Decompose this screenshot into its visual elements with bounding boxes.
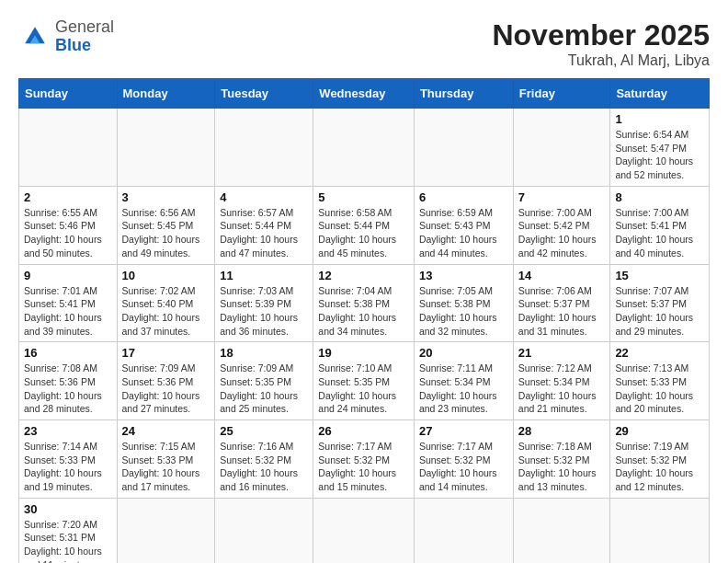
day-info: Sunrise: 7:13 AM Sunset: 5:33 PM Dayligh…	[615, 362, 704, 416]
day-number: 14	[518, 269, 606, 282]
calendar-cell: 23Sunrise: 7:14 AM Sunset: 5:33 PM Dayli…	[19, 420, 118, 499]
day-number: 2	[24, 190, 112, 204]
week-row-2: 2Sunrise: 6:55 AM Sunset: 5:46 PM Daylig…	[19, 186, 710, 264]
calendar-cell	[313, 109, 415, 187]
calendar-cell: 16Sunrise: 7:08 AM Sunset: 5:36 PM Dayli…	[19, 342, 118, 420]
calendar-cell: 20Sunrise: 7:11 AM Sunset: 5:34 PM Dayli…	[414, 342, 513, 420]
day-info: Sunrise: 7:00 AM Sunset: 5:42 PM Dayligh…	[518, 206, 606, 260]
calendar-cell: 10Sunrise: 7:02 AM Sunset: 5:40 PM Dayli…	[117, 264, 215, 342]
calendar-cell	[117, 498, 215, 563]
calendar-cell: 24Sunrise: 7:15 AM Sunset: 5:33 PM Dayli…	[117, 420, 215, 499]
calendar-cell: 11Sunrise: 7:03 AM Sunset: 5:39 PM Dayli…	[215, 264, 313, 342]
week-row-5: 23Sunrise: 7:14 AM Sunset: 5:33 PM Dayli…	[19, 420, 710, 499]
calendar-cell: 2Sunrise: 6:55 AM Sunset: 5:46 PM Daylig…	[19, 186, 118, 264]
day-info: Sunrise: 6:59 AM Sunset: 5:43 PM Dayligh…	[419, 206, 508, 260]
calendar-cell: 21Sunrise: 7:12 AM Sunset: 5:34 PM Dayli…	[513, 342, 610, 420]
calendar-cell: 7Sunrise: 7:00 AM Sunset: 5:42 PM Daylig…	[513, 186, 610, 264]
day-number: 6	[419, 190, 508, 204]
calendar-cell: 9Sunrise: 7:01 AM Sunset: 5:41 PM Daylig…	[19, 264, 118, 342]
day-number: 4	[220, 190, 308, 204]
calendar-header: General Blue November 2025 Tukrah, Al Ma…	[18, 18, 710, 69]
weekday-header-row: SundayMondayTuesdayWednesdayThursdayFrid…	[19, 79, 710, 109]
day-number: 15	[615, 269, 704, 282]
day-info: Sunrise: 7:05 AM Sunset: 5:38 PM Dayligh…	[419, 284, 508, 339]
day-info: Sunrise: 7:14 AM Sunset: 5:33 PM Dayligh…	[24, 440, 112, 494]
day-info: Sunrise: 7:02 AM Sunset: 5:40 PM Dayligh…	[122, 284, 210, 339]
calendar-cell: 5Sunrise: 6:58 AM Sunset: 5:44 PM Daylig…	[313, 186, 415, 264]
calendar-cell	[610, 498, 710, 563]
week-row-1: 1Sunrise: 6:54 AM Sunset: 5:47 PM Daylig…	[19, 109, 710, 187]
day-info: Sunrise: 7:16 AM Sunset: 5:32 PM Dayligh…	[220, 440, 308, 494]
day-number: 18	[220, 346, 308, 360]
day-number: 19	[318, 346, 409, 360]
calendar-cell: 26Sunrise: 7:17 AM Sunset: 5:32 PM Dayli…	[313, 420, 415, 499]
calendar-cell	[414, 498, 513, 563]
day-info: Sunrise: 7:08 AM Sunset: 5:36 PM Dayligh…	[24, 362, 112, 416]
title-section: November 2025 Tukrah, Al Marj, Libya	[492, 18, 710, 69]
calendar-cell: 14Sunrise: 7:06 AM Sunset: 5:37 PM Dayli…	[513, 264, 610, 342]
day-number: 21	[518, 346, 606, 360]
weekday-header-thursday: Thursday	[414, 79, 513, 109]
day-number: 26	[318, 424, 409, 438]
calendar-cell: 15Sunrise: 7:07 AM Sunset: 5:37 PM Dayli…	[610, 264, 710, 342]
logo-blue: Blue	[55, 36, 91, 54]
day-number: 24	[122, 424, 210, 438]
day-info: Sunrise: 7:10 AM Sunset: 5:35 PM Dayligh…	[318, 362, 409, 416]
calendar-cell	[313, 498, 415, 563]
calendar-cell: 13Sunrise: 7:05 AM Sunset: 5:38 PM Dayli…	[414, 264, 513, 342]
calendar-cell: 30Sunrise: 7:20 AM Sunset: 5:31 PM Dayli…	[19, 498, 118, 563]
calendar-cell	[19, 109, 118, 187]
day-number: 28	[518, 424, 606, 438]
calendar-cell: 19Sunrise: 7:10 AM Sunset: 5:35 PM Dayli…	[313, 342, 415, 420]
day-number: 12	[318, 269, 409, 282]
day-info: Sunrise: 7:09 AM Sunset: 5:36 PM Dayligh…	[122, 362, 210, 416]
day-number: 8	[615, 190, 704, 204]
calendar-cell: 18Sunrise: 7:09 AM Sunset: 5:35 PM Dayli…	[215, 342, 313, 420]
day-number: 5	[318, 190, 409, 204]
day-info: Sunrise: 6:58 AM Sunset: 5:44 PM Dayligh…	[318, 206, 409, 260]
day-info: Sunrise: 7:18 AM Sunset: 5:32 PM Dayligh…	[518, 440, 606, 494]
day-info: Sunrise: 7:09 AM Sunset: 5:35 PM Dayligh…	[220, 362, 308, 416]
day-number: 10	[122, 269, 210, 282]
calendar-cell: 3Sunrise: 6:56 AM Sunset: 5:45 PM Daylig…	[117, 186, 215, 264]
logo-general: General	[55, 17, 114, 36]
weekday-header-tuesday: Tuesday	[215, 79, 313, 109]
calendar-cell: 1Sunrise: 6:54 AM Sunset: 5:47 PM Daylig…	[610, 109, 710, 187]
week-row-4: 16Sunrise: 7:08 AM Sunset: 5:36 PM Dayli…	[19, 342, 710, 420]
calendar-cell: 6Sunrise: 6:59 AM Sunset: 5:43 PM Daylig…	[414, 186, 513, 264]
day-info: Sunrise: 7:15 AM Sunset: 5:33 PM Dayligh…	[122, 440, 210, 494]
calendar-cell: 29Sunrise: 7:19 AM Sunset: 5:32 PM Dayli…	[610, 420, 710, 499]
weekday-header-monday: Monday	[117, 79, 215, 109]
calendar-cell: 28Sunrise: 7:18 AM Sunset: 5:32 PM Dayli…	[513, 420, 610, 499]
week-row-6: 30Sunrise: 7:20 AM Sunset: 5:31 PM Dayli…	[19, 498, 710, 563]
day-number: 3	[122, 190, 210, 204]
calendar-cell: 22Sunrise: 7:13 AM Sunset: 5:33 PM Dayli…	[610, 342, 710, 420]
day-number: 30	[24, 502, 112, 516]
day-info: Sunrise: 7:20 AM Sunset: 5:31 PM Dayligh…	[24, 518, 112, 563]
day-info: Sunrise: 7:01 AM Sunset: 5:41 PM Dayligh…	[24, 284, 112, 339]
day-info: Sunrise: 7:19 AM Sunset: 5:32 PM Dayligh…	[615, 440, 704, 494]
day-number: 11	[220, 269, 308, 282]
day-number: 22	[615, 346, 704, 360]
calendar-cell	[513, 498, 610, 563]
day-info: Sunrise: 7:17 AM Sunset: 5:32 PM Dayligh…	[419, 440, 508, 494]
day-number: 1	[615, 112, 704, 126]
day-number: 13	[419, 269, 508, 282]
calendar-cell	[414, 109, 513, 187]
calendar-cell: 17Sunrise: 7:09 AM Sunset: 5:36 PM Dayli…	[117, 342, 215, 420]
calendar-cell: 8Sunrise: 7:00 AM Sunset: 5:41 PM Daylig…	[610, 186, 710, 264]
day-info: Sunrise: 7:04 AM Sunset: 5:38 PM Dayligh…	[318, 284, 409, 339]
weekday-header-friday: Friday	[513, 79, 610, 109]
logo-text: General Blue	[55, 18, 114, 55]
weekday-header-saturday: Saturday	[610, 79, 710, 109]
calendar-container: General Blue November 2025 Tukrah, Al Ma…	[0, 0, 728, 563]
logo-icon	[18, 20, 51, 53]
day-number: 25	[220, 424, 308, 438]
day-info: Sunrise: 7:11 AM Sunset: 5:34 PM Dayligh…	[419, 362, 508, 416]
calendar-table: SundayMondayTuesdayWednesdayThursdayFrid…	[18, 78, 710, 563]
location: Tukrah, Al Marj, Libya	[492, 52, 710, 69]
day-info: Sunrise: 7:00 AM Sunset: 5:41 PM Dayligh…	[615, 206, 704, 260]
day-number: 20	[419, 346, 508, 360]
day-number: 29	[615, 424, 704, 438]
day-info: Sunrise: 7:07 AM Sunset: 5:37 PM Dayligh…	[615, 284, 704, 339]
